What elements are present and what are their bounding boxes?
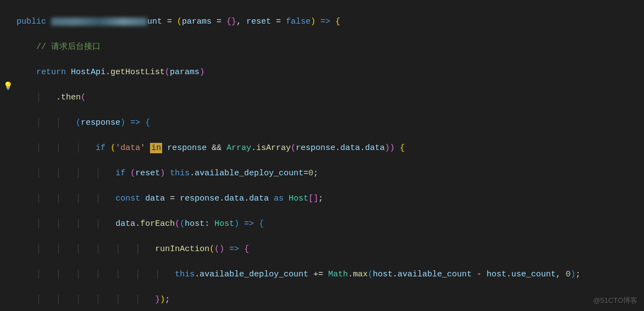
code-line: │ │ │ │ │ │ }); bbox=[16, 293, 644, 306]
code-line: │ .then( bbox=[16, 91, 644, 104]
code-line: │ │ │ │ data.forEach((host: Host) => { bbox=[16, 218, 644, 230]
obscured-identifier bbox=[51, 18, 147, 26]
code-editor[interactable]: public unt = (params = {}, reset = false… bbox=[0, 0, 644, 311]
code-line: │ │ │ │ │ │ runInAction(() => { bbox=[16, 243, 644, 256]
code-line: │ │ │ │ const data = response.data.data … bbox=[16, 192, 644, 205]
code-line: │ │ │ if ('data' in response && Array.is… bbox=[16, 142, 644, 154]
lightbulb-icon[interactable]: 💡 bbox=[3, 80, 13, 93]
watermark: @51CTO博客 bbox=[593, 294, 637, 307]
code-line: │ │ │ │ if (reset) this.available_deploy… bbox=[16, 167, 644, 180]
highlighted-keyword: in bbox=[150, 143, 162, 153]
code-line: │ │ (response) => { bbox=[16, 116, 644, 129]
code-line: // 请求后台接口 bbox=[16, 41, 644, 53]
code-line: return HostApi.getHostList(params) bbox=[16, 66, 644, 79]
code-line: │ │ │ │ │ │ │ this.available_deploy_coun… bbox=[16, 268, 644, 281]
code-line: public unt = (params = {}, reset = false… bbox=[16, 15, 644, 28]
